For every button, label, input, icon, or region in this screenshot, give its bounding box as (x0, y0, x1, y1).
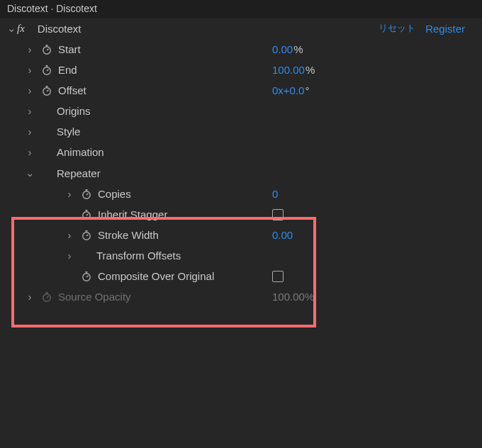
prop-label: Animation (57, 146, 104, 158)
stopwatch-icon[interactable] (81, 271, 92, 282)
degree-unit: ° (305, 84, 309, 96)
prop-label: Offset (58, 84, 86, 96)
copies-value[interactable]: 0 (272, 188, 278, 200)
chevron-right-icon[interactable]: › (26, 125, 34, 138)
group-origins-row: › Origins (0, 101, 482, 121)
effect-disclosure[interactable]: ⌄ (7, 22, 14, 35)
chevron-right-icon[interactable]: › (26, 43, 34, 55)
prop-label: Inherit Stagger (98, 208, 167, 220)
source-opacity-value: 100.00 (272, 291, 305, 303)
prop-label: Composite Over Original (98, 270, 214, 282)
percent-unit: % (306, 64, 315, 76)
percent-unit: % (305, 291, 314, 303)
chevron-right-icon[interactable]: › (26, 291, 34, 303)
stroke-width-value[interactable]: 0.00 (272, 229, 293, 241)
prop-composite-row: Composite Over Original (0, 266, 482, 286)
panel-title: Discotext · Discotext (0, 0, 482, 18)
register-link[interactable]: Register (425, 23, 465, 35)
prop-label: Style (57, 125, 80, 138)
percent-unit: % (293, 43, 303, 55)
prop-label: End (58, 64, 77, 76)
stopwatch-icon[interactable] (41, 44, 52, 55)
effect-header-row: ⌄ fx Discotext リセット Register (0, 18, 482, 39)
stopwatch-icon[interactable] (81, 230, 92, 241)
prop-label: Start (58, 43, 81, 55)
effect-name-label: Discotext (38, 23, 82, 35)
prop-label: Repeater (57, 167, 101, 179)
prop-label: Origins (57, 105, 91, 117)
offset-value[interactable]: 0x+0.0 (272, 84, 304, 96)
stopwatch-icon (41, 291, 52, 303)
group-repeater-row: ⌄ Repeater (0, 162, 482, 184)
prop-stroke-width-row: › Stroke Width 0.00 (0, 225, 482, 245)
prop-offset-row: › Offset 0x+0.0° (0, 80, 482, 101)
inherit-stagger-checkbox[interactable] (272, 209, 284, 220)
prop-start-row: › Start 0.00% (0, 39, 482, 60)
prop-label: Copies (98, 188, 131, 200)
end-value[interactable]: 100.00 (272, 64, 305, 76)
group-transform-offsets-row: › Transform Offsets (0, 245, 482, 266)
prop-label: Stroke Width (98, 229, 159, 241)
stopwatch-icon[interactable] (41, 65, 52, 76)
stopwatch-icon[interactable] (81, 209, 92, 220)
chevron-right-icon[interactable]: › (65, 188, 74, 200)
prop-end-row: › End 100.00% (0, 60, 482, 80)
chevron-right-icon[interactable]: › (26, 84, 34, 96)
chevron-right-icon[interactable]: › (26, 146, 34, 158)
chevron-down-icon[interactable]: ⌄ (26, 167, 34, 179)
prop-inherit-stagger-row: Inherit Stagger (0, 204, 482, 225)
chevron-right-icon[interactable]: › (26, 64, 34, 76)
start-value[interactable]: 0.00 (272, 43, 293, 55)
group-style-row: › Style (0, 121, 482, 142)
chevron-right-icon[interactable]: › (65, 229, 74, 241)
prop-label: Source Opacity (58, 291, 131, 303)
reset-link[interactable]: リセット (379, 22, 415, 35)
prop-source-opacity-row: › Source Opacity 100.00% (0, 286, 482, 307)
prop-label: Transform Offsets (96, 250, 181, 262)
chevron-right-icon[interactable]: › (26, 105, 34, 117)
composite-checkbox[interactable] (272, 271, 284, 282)
fx-badge-icon[interactable]: fx (17, 23, 25, 35)
stopwatch-icon[interactable] (41, 85, 52, 96)
stopwatch-icon[interactable] (81, 189, 92, 200)
chevron-right-icon[interactable]: › (65, 250, 74, 262)
prop-copies-row: › Copies 0 (0, 184, 482, 204)
group-animation-row: › Animation (0, 142, 482, 162)
